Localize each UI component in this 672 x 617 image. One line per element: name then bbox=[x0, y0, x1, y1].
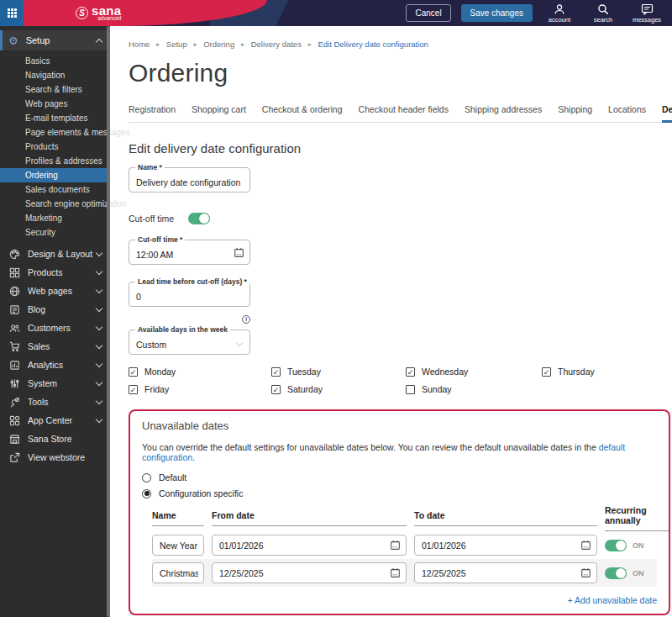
sidebar-item-products[interactable]: Products bbox=[0, 263, 110, 282]
row-name-input[interactable] bbox=[153, 535, 203, 555]
cart-icon bbox=[8, 340, 20, 352]
checkbox-wednesday[interactable]: ✓Wednesday bbox=[406, 367, 542, 377]
app-launcher-button[interactable] bbox=[0, 0, 24, 26]
row-to-date-field bbox=[414, 562, 597, 583]
tab-delivery-dates[interactable]: Delivery dates bbox=[662, 101, 672, 123]
tab-shipping-addresses[interactable]: Shipping addresses bbox=[465, 101, 542, 123]
to-date-input[interactable] bbox=[415, 563, 596, 583]
lead-time-input[interactable] bbox=[129, 282, 249, 306]
sidebar-item-ordering[interactable]: Ordering bbox=[0, 168, 110, 182]
sidebar-item-basics[interactable]: Basics bbox=[0, 54, 110, 68]
name-input[interactable] bbox=[129, 168, 249, 192]
sidebar-item-navigation[interactable]: Navigation bbox=[0, 68, 110, 82]
recurring-toggle[interactable] bbox=[605, 567, 627, 579]
save-changes-button[interactable]: Save changes bbox=[461, 4, 533, 22]
from-date-input[interactable] bbox=[213, 535, 406, 555]
sidebar-item-blog[interactable]: Blog bbox=[0, 300, 110, 319]
checkbox-box: ✓ bbox=[271, 367, 281, 377]
sidebar-item-products-sub[interactable]: Products bbox=[0, 140, 110, 154]
sidebar-item-customers[interactable]: Customers bbox=[0, 319, 110, 337]
cutoff-time-input[interactable] bbox=[129, 240, 249, 264]
messages-button[interactable]: messages bbox=[630, 3, 664, 24]
breadcrumb-delivery-dates[interactable]: Delivery dates bbox=[251, 40, 302, 49]
checkbox-tuesday[interactable]: ✓Tuesday bbox=[271, 367, 406, 377]
sidebar-item-security[interactable]: Security bbox=[0, 225, 110, 240]
sidebar-item-design-layout[interactable]: Design & Layout bbox=[0, 245, 110, 263]
sidebar-item-email-templates[interactable]: E-mail templates bbox=[0, 111, 110, 125]
top-header: S sana advanced Cancel Save changes acco… bbox=[0, 0, 672, 26]
sidebar-item-sana-store[interactable]: Sana Store bbox=[0, 430, 110, 448]
calendar-icon[interactable] bbox=[390, 567, 401, 578]
days-select-value[interactable] bbox=[129, 330, 249, 354]
breadcrumb-current: Edit Delivery date configuration bbox=[318, 40, 428, 49]
gear-icon: ⚙ bbox=[8, 35, 18, 46]
to-date-input[interactable] bbox=[415, 535, 596, 555]
tab-shipping[interactable]: Shipping bbox=[558, 101, 592, 123]
cutoff-time-toggle[interactable] bbox=[188, 213, 210, 224]
chevron-down-icon bbox=[96, 361, 102, 367]
breadcrumb-home[interactable]: Home bbox=[129, 40, 150, 49]
sidebar-item-page-elements[interactable]: Page elements & messages bbox=[0, 125, 110, 140]
tab-shopping-cart[interactable]: Shopping cart bbox=[192, 101, 246, 123]
tab-registration[interactable]: Registration bbox=[129, 101, 176, 123]
table-row: ON bbox=[152, 531, 657, 559]
sidebar-item-sales-documents[interactable]: Sales documents bbox=[0, 182, 110, 197]
tab-checkout-header-fields[interactable]: Checkout header fields bbox=[359, 101, 449, 123]
sidebar-item-profiles-addresses[interactable]: Profiles & addresses bbox=[0, 154, 110, 168]
sidebar-item-setup[interactable]: ⚙ Setup bbox=[0, 30, 110, 50]
apps-grid-icon bbox=[8, 8, 17, 18]
sliders-icon bbox=[8, 377, 20, 389]
setup-submenu: Basics Navigation Search & filters Web p… bbox=[0, 50, 110, 245]
chevron-up-icon bbox=[96, 38, 102, 45]
tab-locations[interactable]: Locations bbox=[608, 101, 646, 123]
sidebar-item-sales[interactable]: Sales bbox=[0, 337, 110, 356]
breadcrumb-setup[interactable]: Setup bbox=[166, 40, 187, 49]
sidebar-item-marketing[interactable]: Marketing bbox=[0, 211, 110, 225]
from-date-input[interactable] bbox=[213, 563, 406, 583]
row-name-input[interactable] bbox=[153, 563, 203, 583]
sidebar-item-tools[interactable]: Tools bbox=[0, 393, 110, 411]
breadcrumb-ordering[interactable]: Ordering bbox=[203, 40, 234, 49]
sidebar-item-analytics[interactable]: Analytics bbox=[0, 356, 110, 374]
calendar-icon[interactable] bbox=[234, 247, 244, 258]
store-icon bbox=[8, 433, 20, 445]
row-from-date-field bbox=[212, 562, 407, 583]
cancel-button[interactable]: Cancel bbox=[406, 4, 450, 22]
chevron-down-icon bbox=[96, 379, 102, 386]
row-name-field bbox=[152, 535, 204, 556]
sidebar-main-nav: Design & Layout Products Web pages Blog … bbox=[0, 245, 110, 467]
bar-chart-icon bbox=[8, 359, 20, 371]
sidebar-item-app-center[interactable]: App Center bbox=[0, 411, 110, 430]
calendar-icon[interactable] bbox=[580, 567, 591, 578]
checkbox-monday[interactable]: ✓Monday bbox=[129, 367, 271, 377]
search-button[interactable]: search bbox=[586, 3, 620, 24]
tab-checkout-ordering[interactable]: Checkout & ordering bbox=[262, 101, 343, 123]
messages-icon bbox=[641, 3, 654, 15]
checkbox-thursday[interactable]: ✓Thursday bbox=[542, 367, 668, 377]
sidebar-item-search-filters[interactable]: Search & filters bbox=[0, 82, 110, 97]
add-unavailable-date-link[interactable]: + Add unavailable date bbox=[567, 595, 657, 605]
globe-icon bbox=[8, 285, 20, 297]
sidebar-item-web-pages[interactable]: Web pages bbox=[0, 97, 110, 111]
col-header-name: Name bbox=[152, 510, 204, 526]
calendar-icon[interactable] bbox=[390, 540, 401, 551]
account-button[interactable]: account bbox=[543, 3, 576, 24]
sidebar-item-system[interactable]: System bbox=[0, 374, 110, 393]
checkbox-friday[interactable]: ✓Friday bbox=[129, 384, 271, 394]
checkbox-sunday[interactable]: Sunday bbox=[406, 384, 542, 394]
calendar-icon[interactable] bbox=[580, 540, 591, 551]
radio-configuration-specific[interactable]: Configuration specific bbox=[142, 488, 657, 498]
recurring-toggle[interactable] bbox=[605, 540, 627, 551]
row-to-date-field bbox=[414, 535, 597, 556]
checkbox-box: ✓ bbox=[129, 385, 138, 394]
radio-default[interactable]: Default bbox=[142, 472, 657, 483]
available-days-select[interactable]: Available days in the week bbox=[129, 330, 250, 355]
sidebar-item-webpages[interactable]: Web pages bbox=[0, 282, 110, 300]
sidebar-scrollbar[interactable] bbox=[107, 26, 110, 617]
sidebar-item-seo[interactable]: Search engine optimization bbox=[0, 197, 110, 211]
sidebar-item-view-webstore[interactable]: View webstore bbox=[0, 448, 110, 467]
page-title: Ordering bbox=[129, 59, 672, 87]
chevron-down-icon bbox=[96, 324, 102, 330]
info-icon[interactable]: i bbox=[242, 315, 250, 324]
checkbox-saturday[interactable]: ✓Saturday bbox=[271, 384, 406, 394]
